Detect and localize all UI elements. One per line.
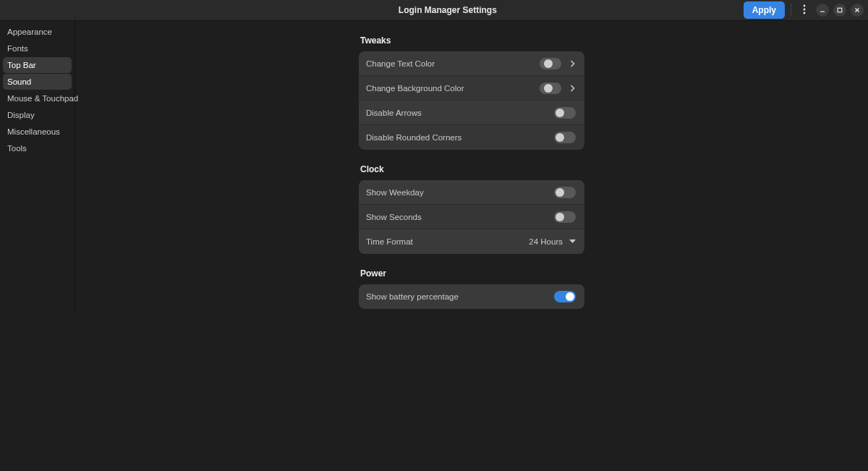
sidebar-item-tools[interactable]: Tools <box>3 140 72 156</box>
row-show-battery-percentage: Show battery percentage <box>359 284 584 309</box>
kebab-icon <box>803 4 806 17</box>
apply-button[interactable]: Apply <box>744 1 785 19</box>
row-change-text-color[interactable]: Change Text Color <box>359 51 584 76</box>
chevron-right-icon <box>567 85 577 92</box>
toggle-show-seconds[interactable] <box>554 211 576 223</box>
menu-button[interactable] <box>797 3 812 17</box>
svg-rect-3 <box>820 12 825 12</box>
maximize-button[interactable] <box>833 4 846 17</box>
svg-point-1 <box>804 8 806 10</box>
chevron-down-icon <box>567 239 577 244</box>
close-icon <box>854 7 860 13</box>
toggle-disable-rounded[interactable] <box>554 132 576 143</box>
row-label: Time Format <box>366 237 529 246</box>
section-title-clock: Clock <box>360 164 584 174</box>
row-label: Show battery percentage <box>366 292 554 301</box>
sidebar-item-top-bar[interactable]: Top Bar <box>3 57 72 73</box>
sidebar-item-appearance[interactable]: Appearance <box>3 24 72 40</box>
row-change-bg-color[interactable]: Change Background Color <box>359 76 584 101</box>
content-area: Tweaks Change Text Color Change Backgrou… <box>75 21 868 471</box>
minimize-button[interactable] <box>816 4 829 17</box>
svg-point-0 <box>804 4 806 7</box>
row-disable-rounded-corners: Disable Rounded Corners <box>359 125 584 150</box>
window-title: Login Manager Settings <box>152 5 744 15</box>
sidebar-item-label: Display <box>7 111 35 119</box>
sidebar-item-display[interactable]: Display <box>3 107 72 123</box>
toggle-show-weekday[interactable] <box>554 187 576 198</box>
group-clock: Show Weekday Show Seconds Time Format 24… <box>359 180 584 254</box>
body: Appearance Fonts Top Bar Sound Mouse & T… <box>0 21 868 471</box>
toggle-disable-arrows[interactable] <box>554 107 576 119</box>
separator <box>791 4 791 17</box>
row-show-seconds: Show Seconds <box>359 205 584 229</box>
svg-point-2 <box>804 12 806 14</box>
section-title-power: Power <box>360 268 584 279</box>
header-bar: Login Manager Settings Apply <box>0 0 868 21</box>
minimize-icon <box>820 7 825 13</box>
sidebar: Appearance Fonts Top Bar Sound Mouse & T… <box>0 21 75 310</box>
app-window: Login Manager Settings Apply <box>0 0 868 471</box>
group-tweaks: Change Text Color Change Background Colo… <box>359 51 584 150</box>
dropdown-value: 24 Hours <box>529 237 563 246</box>
sidebar-item-label: Top Bar <box>7 61 36 69</box>
row-label: Change Text Color <box>366 59 540 68</box>
row-time-format[interactable]: Time Format 24 Hours <box>359 229 584 254</box>
section-tweaks: Tweaks Change Text Color Change Backgrou… <box>359 35 584 150</box>
row-disable-arrows: Disable Arrows <box>359 101 584 125</box>
group-power: Show battery percentage <box>359 284 584 309</box>
section-title-tweaks: Tweaks <box>360 35 584 46</box>
chevron-right-icon <box>567 60 577 67</box>
sidebar-item-label: Fonts <box>7 44 28 53</box>
sidebar-item-miscellaneous[interactable]: Miscellaneous <box>3 124 72 140</box>
sidebar-item-fonts[interactable]: Fonts <box>3 41 72 56</box>
row-label: Disable Arrows <box>366 109 554 117</box>
sidebar-item-mouse-touchpad[interactable]: Mouse & Touchpad <box>3 90 72 106</box>
maximize-icon <box>837 7 843 13</box>
close-button[interactable] <box>851 4 864 17</box>
sidebar-item-label: Sound <box>7 77 31 86</box>
row-label: Disable Rounded Corners <box>366 133 554 142</box>
section-clock: Clock Show Weekday Show Seconds Time For… <box>359 164 584 254</box>
row-show-weekday: Show Weekday <box>359 180 584 205</box>
sidebar-item-label: Appearance <box>7 27 52 36</box>
section-power: Power Show battery percentage <box>359 268 584 309</box>
sidebar-item-label: Miscellaneous <box>7 127 60 136</box>
toggle-show-battery[interactable] <box>554 291 576 302</box>
svg-rect-4 <box>838 8 842 12</box>
sidebar-item-label: Mouse & Touchpad <box>7 94 78 103</box>
sidebar-item-sound[interactable]: Sound <box>3 74 72 90</box>
toggle-change-text-color[interactable] <box>540 58 561 69</box>
toggle-change-bg-color[interactable] <box>540 82 561 94</box>
row-label: Change Background Color <box>366 84 540 93</box>
sidebar-item-label: Tools <box>7 144 27 153</box>
row-label: Show Seconds <box>366 213 554 221</box>
row-label: Show Weekday <box>366 188 554 197</box>
